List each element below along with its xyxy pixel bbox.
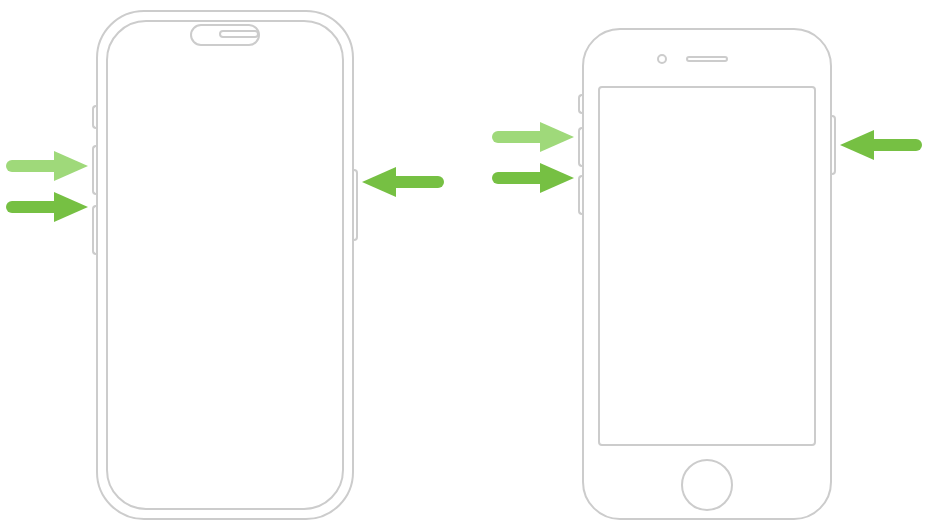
modern-iphone-side-button xyxy=(354,169,358,241)
home-button-iphone-side-button xyxy=(832,115,836,175)
modern-iphone-speaker-slot xyxy=(219,30,259,38)
svg-marker-7 xyxy=(540,122,574,152)
home-button-iphone-screen xyxy=(598,86,816,446)
home-button-iphone-home-button xyxy=(681,459,733,511)
modern-iphone-volume-up-button xyxy=(92,145,96,195)
modern-iphone-volume-down-button xyxy=(92,205,96,255)
svg-rect-0 xyxy=(6,160,60,172)
arrow-right-icon xyxy=(6,151,88,181)
svg-marker-1 xyxy=(54,151,88,181)
svg-marker-11 xyxy=(840,130,874,160)
home-button-iphone-volume-down-button xyxy=(578,175,582,215)
svg-marker-9 xyxy=(540,163,574,193)
home-button-iphone-speaker xyxy=(686,56,728,62)
arrow-right-icon xyxy=(6,192,88,222)
svg-rect-10 xyxy=(868,139,922,151)
svg-rect-6 xyxy=(492,131,546,143)
arrow-right-icon xyxy=(492,163,574,193)
svg-rect-2 xyxy=(6,201,60,213)
svg-marker-3 xyxy=(54,192,88,222)
modern-iphone-mute-switch xyxy=(92,105,96,129)
home-button-iphone-camera xyxy=(657,54,667,64)
modern-iphone-screen xyxy=(106,20,344,510)
svg-marker-5 xyxy=(362,167,396,197)
arrow-left-icon xyxy=(362,167,444,197)
svg-rect-8 xyxy=(492,172,546,184)
arrow-left-icon xyxy=(840,130,922,160)
svg-rect-4 xyxy=(390,176,444,188)
home-button-iphone-mute-switch xyxy=(578,94,582,114)
home-button-iphone-volume-up-button xyxy=(578,127,582,167)
arrow-right-icon xyxy=(492,122,574,152)
